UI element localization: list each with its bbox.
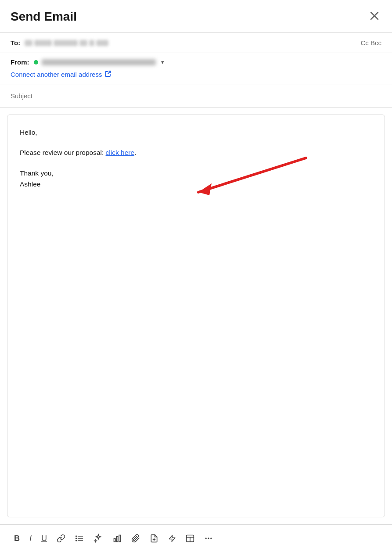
link-button[interactable]	[53, 531, 69, 545]
chart-icon	[113, 534, 122, 543]
to-recipients[interactable]	[25, 40, 360, 46]
layout-icon	[186, 534, 194, 543]
cc-bcc-button[interactable]: Cc Bcc	[360, 39, 381, 47]
from-inner: From: ▾	[11, 58, 381, 66]
email-body-container[interactable]: Hello, Please review our proposal: click…	[7, 115, 385, 517]
send-email-modal: Send Email To: Cc Bcc From: ▾	[0, 0, 392, 552]
dropdown-arrow-icon: ▾	[161, 59, 164, 65]
signature-name: Ashlee	[20, 179, 372, 190]
online-status-dot	[34, 60, 38, 65]
proposal-suffix: .	[134, 149, 136, 156]
connect-email-link[interactable]: Connect another email address	[11, 70, 381, 79]
to-row: To: Cc Bcc	[0, 33, 392, 53]
recipient-blur-1	[25, 40, 32, 46]
external-link-icon	[104, 70, 111, 79]
svg-point-9	[76, 538, 77, 539]
underline-button[interactable]: U	[38, 532, 50, 545]
to-label: To:	[11, 39, 20, 47]
svg-point-8	[76, 536, 77, 537]
close-button[interactable]	[367, 9, 381, 25]
svg-rect-11	[114, 538, 115, 542]
chart-button[interactable]	[109, 531, 125, 545]
connect-email-label: Connect another email address	[11, 71, 102, 78]
paperclip-icon	[131, 534, 140, 543]
modal-title: Send Email	[11, 10, 77, 24]
file-plus-icon	[150, 534, 158, 543]
list-icon	[75, 534, 84, 543]
modal-header: Send Email	[0, 0, 392, 32]
greeting-line: Hello,	[20, 127, 372, 138]
attachment-button[interactable]	[128, 531, 144, 545]
recipient-blur-2	[34, 40, 52, 46]
from-row: From: ▾ Connect another email address	[0, 53, 392, 85]
from-label: From:	[11, 58, 29, 66]
recipient-blur-4	[79, 40, 87, 46]
italic-icon: I	[29, 534, 32, 542]
sparkle-icon	[94, 534, 103, 543]
subject-input[interactable]	[11, 92, 381, 100]
recipient-blur-3	[54, 40, 78, 46]
more-icon	[204, 534, 213, 543]
from-selector-button[interactable]: ▾	[34, 59, 164, 65]
layout-button[interactable]	[182, 531, 198, 545]
svg-marker-16	[169, 535, 175, 542]
italic-button[interactable]: I	[26, 532, 35, 545]
bold-icon: B	[14, 534, 20, 542]
underline-icon: U	[41, 534, 47, 542]
recipient-blur-5	[89, 40, 94, 46]
thank-you-line: Thank you,	[20, 168, 372, 179]
bold-button[interactable]: B	[11, 532, 23, 545]
file-add-button[interactable]	[146, 531, 162, 545]
svg-point-22	[210, 538, 212, 539]
email-content: Hello, Please review our proposal: click…	[20, 127, 372, 190]
ai-sparkle-button[interactable]	[90, 531, 107, 546]
svg-point-21	[208, 538, 209, 539]
svg-rect-13	[119, 535, 120, 542]
recipient-blur-6	[96, 40, 108, 46]
more-options-button[interactable]	[201, 531, 216, 545]
proposal-text: Please review our proposal:	[20, 149, 106, 156]
from-email-blurred	[42, 59, 156, 65]
click-here-link[interactable]: click here	[106, 149, 134, 156]
list-button[interactable]	[72, 531, 87, 545]
svg-point-20	[205, 538, 207, 539]
subject-row	[0, 85, 392, 108]
link-icon	[57, 534, 65, 543]
close-icon	[369, 11, 380, 21]
body-area: Hello, Please review our proposal: click…	[0, 108, 392, 524]
toolbar: B I U	[0, 524, 392, 552]
lightning-button[interactable]	[165, 531, 180, 545]
lightning-icon	[168, 534, 176, 543]
svg-rect-12	[116, 537, 118, 542]
svg-point-10	[76, 540, 77, 541]
proposal-line: Please review our proposal: click here.	[20, 147, 372, 158]
